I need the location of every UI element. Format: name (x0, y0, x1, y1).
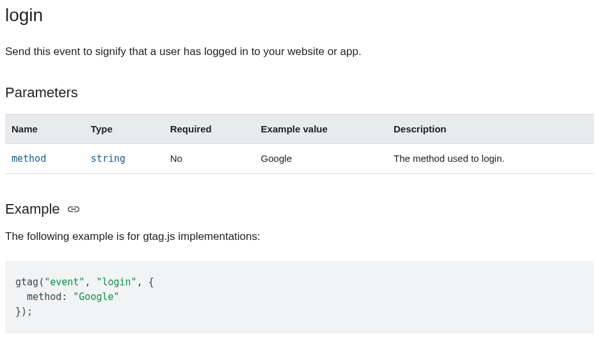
col-description: Description (387, 114, 594, 143)
code-fn: gtag (15, 276, 38, 288)
parameters-heading-text: Parameters (5, 84, 78, 101)
example-heading-text: Example (5, 201, 60, 218)
cell-name: method (5, 143, 84, 173)
link-icon[interactable] (67, 202, 81, 216)
col-example: Example value (255, 114, 387, 143)
cell-example: Google (255, 143, 387, 173)
parameters-table: Name Type Required Example value Descrip… (5, 114, 594, 174)
code-punc: : (61, 291, 73, 303)
code-str: "Google" (73, 291, 119, 303)
cell-type: string (84, 143, 164, 173)
example-intro-text: The following example is for gtag.js imp… (5, 230, 594, 243)
code-block: gtag("event", "login", { method: "Google… (5, 261, 594, 334)
param-type-code: string (91, 153, 125, 164)
cell-required: No (164, 143, 255, 173)
cell-description: The method used to login. (387, 143, 594, 173)
code-punc: ( (38, 276, 44, 288)
description-text: Send this event to signify that a user h… (5, 44, 594, 60)
code-key: method (27, 291, 61, 303)
col-type: Type (84, 114, 164, 143)
code-punc: }); (15, 306, 33, 317)
code-punc: , (84, 276, 96, 288)
parameters-heading: Parameters (5, 84, 594, 101)
page-title: login (5, 5, 594, 26)
param-name-code: method (12, 153, 46, 164)
table-row: method string No Google The method used … (5, 143, 594, 173)
example-heading: Example (5, 201, 594, 218)
col-required: Required (164, 114, 255, 143)
table-header-row: Name Type Required Example value Descrip… (5, 114, 594, 143)
code-str: "login" (96, 276, 136, 288)
code-punc: , { (137, 276, 154, 288)
code-str: "event" (44, 276, 84, 288)
col-name: Name (5, 114, 84, 143)
